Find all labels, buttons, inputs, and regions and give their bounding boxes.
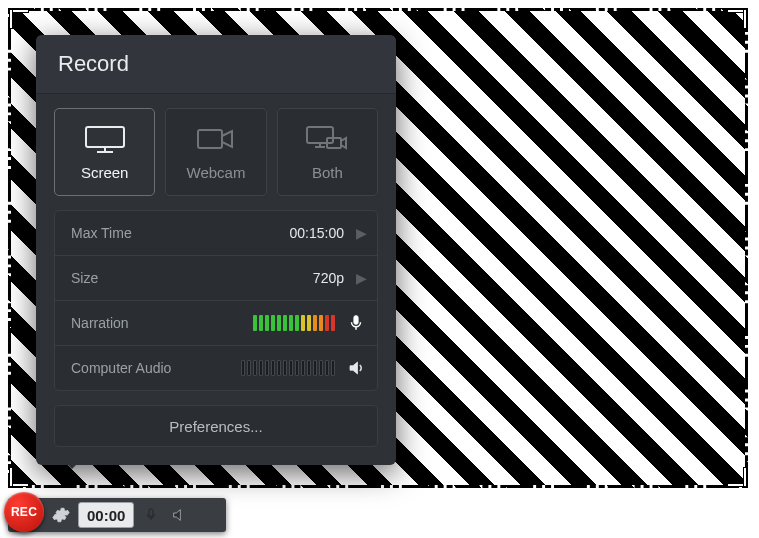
screen-webcam-icon <box>305 124 349 154</box>
record-panel: Record Screen Webcam <box>36 35 396 465</box>
toolbar-speaker-button[interactable] <box>168 504 190 526</box>
panel-title: Record <box>36 35 396 94</box>
resize-handle-tl[interactable] <box>9 9 29 29</box>
monitor-icon <box>83 124 127 154</box>
speaker-icon <box>171 507 187 523</box>
preferences-label: Preferences... <box>169 418 262 435</box>
microphone-icon <box>143 507 159 523</box>
record-button-label: REC <box>11 506 37 518</box>
mode-both-button[interactable]: Both <box>277 108 378 196</box>
toolbar-mic-button[interactable] <box>140 504 162 526</box>
preferences-button[interactable]: Preferences... <box>54 405 378 447</box>
resize-handle-bl[interactable] <box>9 467 29 487</box>
record-options-list: Max Time 00:15:00 ▶ Size 720p ▶ Narratio… <box>54 210 378 391</box>
option-size-label: Size <box>71 270 98 286</box>
option-narration-label: Narration <box>71 315 129 331</box>
option-computer-audio-label: Computer Audio <box>71 360 171 376</box>
option-narration[interactable]: Narration <box>55 301 377 346</box>
computer-audio-level-meter <box>241 359 335 377</box>
svg-rect-0 <box>86 127 124 147</box>
resize-handle-tr[interactable] <box>727 9 747 29</box>
speaker-icon <box>345 357 367 379</box>
webcam-icon <box>194 124 238 154</box>
svg-rect-3 <box>198 130 222 148</box>
recording-timer: 00:00 <box>78 502 134 528</box>
recorder-toolbar: REC 00:00 <box>8 498 226 532</box>
mode-both-label: Both <box>312 164 343 181</box>
option-max-time[interactable]: Max Time 00:15:00 ▶ <box>55 211 377 256</box>
option-size[interactable]: Size 720p ▶ <box>55 256 377 301</box>
record-button[interactable]: REC <box>4 492 44 532</box>
option-size-value: 720p <box>313 270 344 286</box>
option-max-time-label: Max Time <box>71 225 132 241</box>
narration-level-meter <box>253 314 335 332</box>
record-mode-group: Screen Webcam Both <box>54 108 378 196</box>
option-max-time-value: 00:15:00 <box>290 225 345 241</box>
settings-button[interactable] <box>50 504 72 526</box>
mode-screen-button[interactable]: Screen <box>54 108 155 196</box>
microphone-icon <box>345 312 367 334</box>
gear-icon <box>52 506 70 524</box>
mode-webcam-label: Webcam <box>187 164 246 181</box>
recording-timer-value: 00:00 <box>87 508 125 523</box>
chevron-right-icon: ▶ <box>356 270 367 286</box>
svg-rect-4 <box>307 127 333 143</box>
option-computer-audio[interactable]: Computer Audio <box>55 346 377 390</box>
mode-screen-label: Screen <box>81 164 129 181</box>
mode-webcam-button[interactable]: Webcam <box>165 108 266 196</box>
chevron-right-icon: ▶ <box>356 225 367 241</box>
resize-handle-br[interactable] <box>727 467 747 487</box>
